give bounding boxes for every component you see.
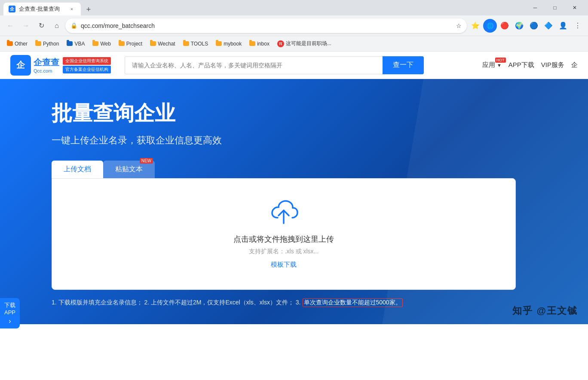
tabs-row: 上传文档 粘贴文本 NEW <box>52 161 536 178</box>
folder-icon <box>119 41 125 46</box>
hot-badge: HOT <box>495 58 506 63</box>
bookmark-label: mybook <box>224 41 242 47</box>
nav-vip[interactable]: VIP服务 <box>541 61 564 69</box>
bookmark-label: Project <box>126 41 142 47</box>
search-button[interactable]: 查一下 <box>383 56 424 74</box>
nav-enterprise[interactable]: 企 <box>571 61 578 69</box>
bookmark-label: VBA <box>74 41 85 47</box>
bookmark-web[interactable]: Web <box>89 39 114 49</box>
reload-button[interactable]: ↻ <box>34 19 48 33</box>
download-template-link[interactable]: 模板下载 <box>271 261 297 269</box>
earth-icon[interactable]: 🌍 <box>512 19 526 33</box>
tab-title: 企查查-批量查询 <box>19 5 60 13</box>
site-content: 企 企查查 Qcc.com 全国企业信用查询系统 官方备案企业征信机构 查一下 … <box>0 52 588 380</box>
download-app-button[interactable]: 下载 APP › <box>0 298 20 328</box>
browser-icons: ⭐ 🌐 🔴 🌍 🔵 🔷 👤 ⋮ <box>469 19 585 33</box>
bookmark-wechat[interactable]: Wechat <box>147 39 178 49</box>
folder-icon <box>92 41 98 46</box>
tab-upload-doc[interactable]: 上传文档 <box>52 161 103 178</box>
note-highlight: 单次查询企业数量不能超过5000家。 <box>303 298 403 307</box>
forward-button[interactable]: → <box>19 19 33 33</box>
extensions-icon[interactable]: ⭐ <box>469 19 482 33</box>
hero-title: 批量查询企业 <box>52 100 536 127</box>
qcc-header: 企 企查查 Qcc.com 全国企业信用查询系统 官方备案企业征信机构 查一下 … <box>0 52 588 79</box>
url-box[interactable]: 🔒 qcc.com/more_batchsearch ☆ <box>65 18 467 33</box>
folder-icon <box>183 41 189 46</box>
folder-icon <box>67 41 73 46</box>
hero-subtitle: 一键上传企业名录，获取企业信息更高效 <box>52 134 536 147</box>
bookmark-python[interactable]: Python <box>32 39 62 49</box>
qcc-logo[interactable]: 企 企查查 Qcc.com 全国企业信用查询系统 官方备案企业征信机构 <box>10 55 111 76</box>
back-button[interactable]: ← <box>3 19 17 33</box>
qcc-badges: 全国企业信用查询系统 官方备案企业征信机构 <box>63 57 111 73</box>
search-area: 查一下 <box>125 56 475 74</box>
bookmark-label: TOOLS <box>191 41 208 47</box>
qcc-name: 企查查 <box>34 57 59 68</box>
tab-paste-text[interactable]: 粘贴文本 NEW <box>103 161 155 178</box>
watermark: 知乎 @王文铖 <box>512 304 578 317</box>
bookmark-mybook[interactable]: mybook <box>212 39 245 49</box>
folder-icon <box>216 41 222 46</box>
nav-download[interactable]: APP下载 <box>508 61 534 69</box>
tab-favicon: 企 <box>9 6 15 12</box>
qcc-badge2: 官方备案企业征信机构 <box>63 66 111 73</box>
upload-sub-text: 支持扩展名：.xls 或 xlsx... <box>249 248 319 255</box>
qcc-logo-text: 企查查 Qcc.com <box>34 57 59 73</box>
cloud-sync-icon[interactable]: 🔷 <box>542 19 555 33</box>
bookmark-vba[interactable]: VBA <box>63 39 88 49</box>
qcc-logo-icon: 企 <box>10 55 31 76</box>
hero-section: 批量查询企业 一键上传企业名录，获取企业信息更高效 上传文档 粘贴文本 NEW … <box>0 79 588 324</box>
minimize-button[interactable]: ─ <box>525 0 545 15</box>
window-controls: ─ □ ✕ <box>525 0 585 15</box>
close-button[interactable]: ✕ <box>565 0 585 15</box>
profile-icon[interactable]: 🌐 <box>483 19 497 33</box>
folder-icon <box>249 41 255 46</box>
cloud-upload-icon <box>266 200 301 225</box>
url-text: qcc.com/more_batchsearch <box>81 22 453 29</box>
bookmark-label: inbox <box>257 41 270 47</box>
bookmark-label: Web <box>100 41 110 47</box>
browser-titlebar: 企 企查查-批量查询 × + ─ □ ✕ <box>0 0 588 15</box>
folder-icon <box>150 41 156 46</box>
note-text: 1. 下载模版并填充企业名录信息； 2. 上传文件不超过2M，仅支持Excel（… <box>52 299 301 307</box>
bookmark-icon[interactable]: 🔵 <box>527 19 541 33</box>
user-icon[interactable]: 👤 <box>556 19 570 33</box>
search-input[interactable] <box>125 56 383 74</box>
qcc-domain: Qcc.com <box>34 68 59 73</box>
bookmark-other[interactable]: Other <box>3 39 31 49</box>
pi-icon: π <box>277 40 284 47</box>
bookmark-label: 这可能是目前职场... <box>286 40 331 47</box>
qcc-badge1: 全国企业信用查询系统 <box>63 57 111 65</box>
address-bar: ← → ↻ ⌂ 🔒 qcc.com/more_batchsearch ☆ ⭐ 🌐… <box>0 15 588 36</box>
maximize-button[interactable]: □ <box>545 0 565 15</box>
menu-icon[interactable]: ⋮ <box>571 19 585 33</box>
bookmark-tools[interactable]: TOOLS <box>180 39 211 49</box>
bookmark-inbox[interactable]: inbox <box>246 39 273 49</box>
new-tab-button[interactable]: + <box>83 3 95 15</box>
folder-icon <box>7 41 13 46</box>
upload-area[interactable]: 点击或将文件拖拽到这里上传 支持扩展名：.xls 或 xlsx... 模板下载 <box>52 178 516 290</box>
upload-main-text: 点击或将文件拖拽到这里上传 <box>233 234 334 244</box>
bookmark-pi[interactable]: π 这可能是目前职场... <box>274 38 335 49</box>
active-tab[interactable]: 企 企查查-批量查询 × <box>3 3 81 15</box>
home-button[interactable]: ⌂ <box>50 19 64 33</box>
bottom-note: 1. 下载模版并填充企业名录信息； 2. 上传文件不超过2M，仅支持Excel（… <box>52 298 536 307</box>
bookmark-label: Python <box>43 41 59 47</box>
bookmark-project[interactable]: Project <box>115 39 146 49</box>
nav-app[interactable]: 应用 ▼ HOT <box>482 61 502 69</box>
header-nav: 应用 ▼ HOT APP下载 VIP服务 企 <box>482 61 578 69</box>
star-icon[interactable]: ☆ <box>456 22 462 29</box>
bookmark-label: Wechat <box>158 41 175 47</box>
lock-icon: 🔒 <box>70 22 77 29</box>
new-badge: NEW <box>140 158 153 164</box>
alert-icon[interactable]: 🔴 <box>498 19 511 33</box>
folder-icon <box>35 41 41 46</box>
bookmark-label: Other <box>15 41 28 47</box>
tab-bar: 企 企查查-批量查询 × + <box>3 0 522 15</box>
bookmarks-bar: Other Python VBA Web Project Wechat TOOL… <box>0 36 588 52</box>
tab-close-button[interactable]: × <box>68 5 76 13</box>
chevron-right-icon: › <box>9 317 11 325</box>
